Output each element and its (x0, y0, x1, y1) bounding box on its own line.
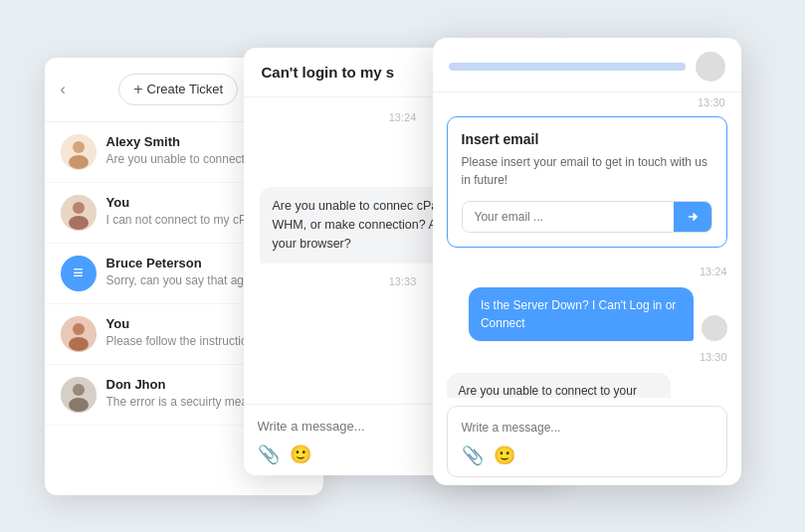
svg-point-10 (69, 337, 89, 351)
svg-point-6 (73, 202, 85, 214)
attach-icon[interactable]: 📎 (258, 443, 280, 465)
plus-icon: + (133, 81, 142, 98)
widget-message-row-received: Are you unable to connect to your cPanel… (447, 373, 727, 398)
insert-email-card: Insert email Please insert your email to… (447, 116, 727, 248)
conv-name: Don Jhon (106, 377, 166, 392)
widget-message-time: 13:30 (447, 351, 727, 363)
svg-point-4 (69, 155, 89, 169)
svg-point-9 (73, 323, 85, 335)
widget-emoji-icon[interactable]: 🙂 (494, 444, 515, 466)
widget-bubble-sent: Is the Server Down? I Can't Log in or Co… (469, 287, 694, 341)
bruce-icon: ≡ (73, 263, 84, 283)
widget-input-actions: 📎 🙂 (462, 444, 712, 466)
widget-top-time: 13:30 (433, 92, 741, 116)
svg-point-13 (69, 398, 89, 412)
widget-header (433, 38, 741, 92)
svg-point-3 (73, 141, 85, 153)
widget-messages: 13:24 Is the Server Down? I Can't Log in… (433, 258, 741, 398)
create-ticket-label: Create Ticket (147, 82, 224, 96)
emoji-icon[interactable]: 🙂 (290, 443, 311, 465)
widget-agent-avatar (696, 52, 725, 82)
email-input[interactable] (463, 202, 674, 232)
widget-panel: 13:30 Insert email Please insert your em… (433, 38, 741, 485)
widget-message-time: 13:24 (447, 266, 727, 277)
widget-attach-icon[interactable]: 📎 (462, 444, 484, 466)
widget-header-bar (449, 63, 686, 71)
conv-name: Alexy Smith (106, 134, 180, 149)
email-input-row (462, 201, 712, 233)
avatar (61, 316, 97, 352)
back-button[interactable]: ‹ (61, 81, 66, 98)
conv-name: Bruce Peterson (106, 256, 202, 270)
svg-point-12 (73, 384, 85, 396)
svg-point-7 (69, 216, 89, 230)
conv-name: You (106, 195, 130, 210)
insert-email-description: Please insert your email to get in touch… (462, 153, 712, 189)
avatar (61, 134, 97, 170)
widget-message-row-sent: Is the Server Down? I Can't Log in or Co… (447, 287, 727, 341)
widget-input-area: 📎 🙂 (447, 406, 727, 477)
avatar (61, 195, 97, 231)
widget-bubble-received: Are you unable to connect to your cPanel… (447, 373, 672, 398)
insert-email-title: Insert email (462, 131, 712, 147)
avatar (61, 377, 97, 413)
app-container: ‹ + Create Ticket (45, 38, 761, 495)
widget-message-input[interactable] (462, 417, 712, 439)
create-ticket-button[interactable]: + Create Ticket (118, 74, 238, 105)
avatar: ≡ (61, 256, 97, 291)
widget-user-avatar (702, 315, 727, 341)
email-submit-button[interactable] (674, 202, 711, 232)
conv-name: You (106, 316, 130, 331)
